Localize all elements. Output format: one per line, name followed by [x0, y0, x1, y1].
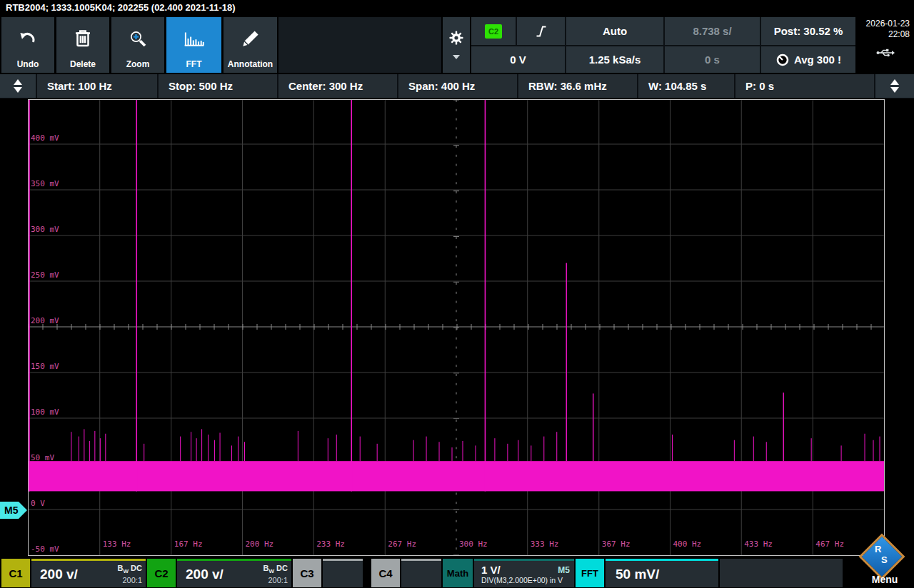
fft-rbw-cell[interactable]: RBW: 36.6 mHz — [518, 74, 637, 98]
delete-label: Delete — [70, 59, 96, 69]
oscilloscope-screen: RTB2004; 1333.1005K04; 202255 (02.400 20… — [0, 0, 914, 588]
trigger-level-cell[interactable]: 0 V — [471, 46, 565, 73]
frequency-tick-label: 467 Hz — [815, 539, 844, 549]
channel2-settings[interactable]: 200 v/ BW DC 200:1 — [177, 559, 291, 587]
channel-bar: C1 200 v/ BW DC 200:1 C2 200 v/ BW DC 20… — [0, 558, 914, 588]
fft-settings-bar: Start: 100 Hz Stop: 500 Hz Center: 300 H… — [0, 74, 914, 98]
channel1-probe-ratio: 200:1 — [122, 576, 142, 584]
logo-letter-s: S — [881, 554, 888, 565]
trigger-mode-cell[interactable]: Auto — [566, 17, 663, 45]
trash-icon — [72, 17, 94, 59]
fft-bar-stepper-left[interactable] — [0, 74, 36, 98]
fft-window-cell[interactable]: W: 104.85 s — [638, 74, 734, 98]
delete-button[interactable]: Delete — [56, 17, 109, 73]
chevron-down-icon — [453, 55, 460, 59]
datetime-panel: 2026-01-23 22:08 — [857, 17, 914, 73]
channel3-settings[interactable] — [323, 559, 363, 587]
graticule: 400 mV350 mV300 mV250 mV200 mV150 mV100 … — [29, 100, 884, 555]
knob-icon — [775, 53, 790, 67]
fft-span-value: Span: 400 Hz — [408, 80, 475, 92]
date-text: 2026-01-23 — [866, 19, 910, 29]
amplitude-tick-label: 150 mV — [31, 362, 59, 371]
frequency-tick-label: 367 Hz — [602, 539, 631, 549]
math-reference: M5 — [558, 565, 570, 575]
arrow-down-icon — [14, 87, 22, 93]
math-settings[interactable]: 1 V/ M5 DIV(M3,2.000E+00) in V — [474, 559, 574, 587]
fft-center-cell[interactable]: Center: 300 Hz — [278, 74, 397, 98]
trigger-panel: C2 Auto 8.738 s/ Post: 30.52 % 0 V 1.25 … — [471, 17, 855, 73]
m5-reference-marker[interactable]: M5 — [0, 502, 27, 519]
spectrum-icon — [182, 17, 206, 59]
fft-position-value: P: 0 s — [745, 80, 774, 92]
fft-button[interactable]: FFT — [166, 17, 221, 73]
amplitude-tick-label: 0 V — [31, 499, 45, 508]
fft-start-cell[interactable]: Start: 100 Hz — [37, 74, 157, 98]
undo-button[interactable]: Undo — [1, 17, 54, 73]
magnifier-plus-icon — [127, 17, 149, 59]
trigger-mode-value: Auto — [603, 25, 627, 37]
title-bar: RTB2004; 1333.1005K04; 202255 (02.400 20… — [0, 0, 914, 16]
fft-rbw-value: RBW: 36.6 mHz — [528, 80, 607, 92]
undo-label: Undo — [17, 59, 39, 69]
zoom-button[interactable]: Zoom — [111, 17, 164, 73]
fft-stop-value: Stop: 500 Hz — [169, 80, 233, 92]
fft-window-value: W: 104.85 s — [648, 80, 706, 92]
amplitude-tick-label: 50 mV — [31, 453, 54, 462]
acquisition-value: Avg 300 ! — [794, 54, 841, 66]
frequency-tick-label: 200 Hz — [246, 539, 274, 549]
fft-stop-cell[interactable]: Stop: 500 Hz — [159, 74, 277, 98]
channel1-scale: 200 v/ — [40, 567, 78, 582]
horizontal-position-cell[interactable]: 0 s — [665, 46, 760, 73]
frequency-tick-label: 400 Hz — [673, 539, 702, 549]
timebase-cell[interactable]: 8.738 s/ — [665, 17, 760, 45]
menu-button[interactable]: Menu — [861, 574, 908, 585]
frequency-tick-label: 300 Hz — [459, 539, 488, 549]
frequency-tick-label: 433 Hz — [744, 539, 773, 549]
timebase-value: 8.738 s/ — [693, 25, 731, 37]
acquisition-cell[interactable]: Avg 300 ! — [761, 46, 855, 73]
trigger-source-cell[interactable]: C2 — [471, 17, 516, 45]
horizontal-position-value: 0 s — [705, 54, 720, 66]
fft-bar-stepper-right[interactable] — [875, 74, 914, 98]
fft-label: FFT — [186, 59, 202, 69]
gear-icon — [449, 31, 463, 45]
trigger-level-value: 0 V — [510, 54, 526, 66]
device-id-text: RTB2004; 1333.1005K04; 202255 (02.400 20… — [6, 2, 236, 13]
arrow-down-icon — [890, 87, 899, 93]
channel2-coupling: BW DC 200:1 — [263, 564, 288, 584]
amplitude-tick-label: 400 mV — [31, 133, 59, 143]
fft-position-cell[interactable]: P: 0 s — [735, 74, 874, 98]
math-expression: DIV(M3,2.000E+00) in V — [481, 576, 570, 584]
channel1-settings[interactable]: 200 v/ BW DC 200:1 — [31, 559, 146, 587]
fft-span-cell[interactable]: Span: 400 Hz — [398, 74, 517, 98]
math-badge[interactable]: Math — [443, 559, 473, 587]
channel4-settings[interactable] — [401, 559, 441, 587]
amplitude-tick-label: -50 mV — [31, 544, 59, 554]
channel-bar-filler — [720, 559, 843, 587]
fft-trace-settings[interactable]: 50 mV/ — [606, 559, 718, 587]
channel4-badge[interactable]: C4 — [371, 559, 400, 587]
sample-rate-cell[interactable]: 1.25 kSa/s — [566, 46, 663, 73]
frequency-tick-label: 167 Hz — [174, 539, 203, 549]
trigger-slope-cell[interactable] — [517, 17, 565, 45]
frequency-tick-label: 333 Hz — [531, 539, 559, 549]
channel2-badge[interactable]: C2 — [147, 559, 176, 587]
fft-trace — [29, 100, 884, 555]
sample-rate-value: 1.25 kSa/s — [589, 54, 641, 66]
fft-start-value: Start: 100 Hz — [47, 80, 112, 92]
frequency-tick-label: 133 Hz — [103, 539, 131, 549]
post-trigger-cell[interactable]: Post: 30.52 % — [761, 17, 855, 45]
channel2-probe-ratio: 200:1 — [268, 576, 288, 584]
zoom-label: Zoom — [126, 59, 150, 69]
settings-gear-column[interactable] — [443, 17, 470, 73]
amplitude-tick-label: 100 mV — [31, 407, 59, 417]
annotation-label: Annotation — [228, 59, 273, 69]
channel2-scale: 200 v/ — [186, 567, 224, 582]
channel3-badge[interactable]: C3 — [293, 559, 321, 587]
time-text: 22:08 — [888, 29, 910, 40]
channel1-badge[interactable]: C1 — [1, 559, 30, 587]
undo-icon — [17, 17, 39, 59]
annotation-button[interactable]: Annotation — [224, 17, 277, 73]
fft-trace-badge[interactable]: FFT — [576, 559, 604, 587]
trigger-source-badge: C2 — [485, 24, 502, 39]
